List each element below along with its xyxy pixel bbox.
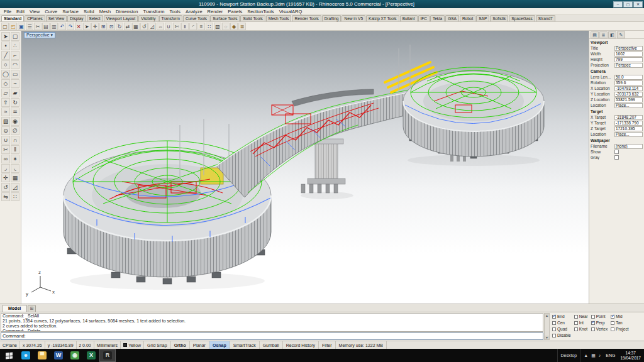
layer-icon[interactable]: ≣ [238,23,246,30]
new-file-icon[interactable]: ▢ [1,23,9,30]
array-icon[interactable]: ∷ [206,23,213,30]
extrude-tool-icon[interactable]: ⇧ [1,98,10,107]
curve-tool-icon[interactable]: ~ [11,79,19,88]
copy-icon[interactable]: ▤ [42,23,50,30]
select-tool-icon[interactable]: ➤ [1,32,10,41]
property-value[interactable]: 359.6 [614,80,643,85]
move-icon[interactable]: ⇄ [124,23,131,30]
property-value[interactable]: -31848.207 [614,115,643,120]
print-icon[interactable]: ☰ [26,23,33,30]
properties-tab-icon[interactable]: ▤ [591,31,599,38]
status-cell[interactable]: x 3074.26 [20,341,45,349]
mirror-icon[interactable]: ⇔ [157,23,164,30]
toolbar-tab[interactable]: Viewport Layout [104,15,138,21]
wallpaper-filename-value[interactable]: (none) [614,144,643,149]
join-icon[interactable]: ∪ [165,23,172,30]
menu-item[interactable]: Solid [81,9,97,14]
toolbar-tab[interactable]: SpaceGass [509,15,535,21]
notes-tab-icon[interactable]: ✎ [617,31,625,38]
toolbar-tab[interactable]: Display [67,15,86,21]
display-tab-icon[interactable]: ◧ [608,31,616,38]
fillet-tool-icon[interactable]: ◞ [1,164,10,173]
arc-tool-icon[interactable]: ◠ [11,60,19,69]
trim-icon[interactable]: ✄ [173,23,180,30]
toolbar-tab[interactable]: Mesh Tools [266,15,292,21]
network-icon[interactable]: ▦ [591,353,596,358]
property-value[interactable]: 799 [614,57,643,62]
status-pane[interactable]: Record History [283,341,319,349]
paste-icon[interactable]: ▥ [50,23,58,30]
scrollbar-down-icon[interactable]: ▼ [545,336,549,339]
osnap-toggle[interactable]: Point [591,314,608,319]
command-input[interactable]: Command: [1,332,543,340]
viewport-tab[interactable]: Perspective ▾ [24,32,55,38]
status-pane[interactable]: Osnap [209,341,230,349]
plane-tool-icon[interactable]: ▰ [11,89,19,97]
menu-item[interactable]: Surface [60,9,81,14]
osnap-toggle[interactable]: End [552,314,571,319]
menu-item[interactable]: Render [205,9,226,14]
osnap-toggle[interactable]: Near [574,314,588,319]
delete-icon[interactable]: ✕ [75,23,82,30]
array-tool-icon[interactable]: ∷ [11,192,19,201]
save-icon[interactable]: ▣ [18,23,25,30]
toolbar-tab[interactable]: Sofistik [490,15,508,21]
osnap-toggle[interactable]: Disable [552,333,571,337]
toolbar-tab[interactable]: Tekla [430,15,445,21]
toolbar-tab[interactable]: Solid Tools [240,15,265,21]
maximize-button[interactable]: ▢ [623,1,633,8]
property-value[interactable]: Place... [614,132,643,137]
rectangle-tool-icon[interactable]: ▭ [11,70,19,79]
box-tool-icon[interactable]: ▧ [1,117,10,126]
property-value[interactable]: 53821.599 [614,97,643,102]
status-cell[interactable]: Millimeters [94,341,121,349]
status-pane[interactable]: Ortho [171,341,190,349]
toolbar-tab[interactable]: Visibility [138,15,158,21]
cylinder-tool-icon[interactable]: ⊖ [1,126,10,135]
pan-icon[interactable]: ✛ [91,23,99,30]
toolbar-tab[interactable]: IFC [418,15,430,21]
chamfer-tool-icon[interactable]: ◟ [11,164,19,173]
status-pane[interactable]: Grid Snap [144,341,171,349]
select-icon[interactable]: ➤ [83,23,91,30]
polygon-tool-icon[interactable]: ◇ [1,79,10,88]
point-tool-icon[interactable]: • [1,41,10,50]
group-icon[interactable]: ▧ [214,23,221,30]
osnap-toggle[interactable]: Tan [611,321,628,325]
toolbar-tab[interactable]: Kalzip XT Tools [366,15,399,21]
undo-icon[interactable]: ↶ [58,23,66,30]
desktop-toolbar[interactable]: Desktop [557,349,581,362]
trim-tool-icon[interactable]: ✂ [1,145,10,154]
property-value[interactable]: -104793.114 [614,86,643,91]
lock-icon[interactable]: ◆ [230,23,238,30]
osnap-toggle[interactable]: Perp [591,321,608,325]
boolean-difference-tool-icon[interactable]: ∩ [11,136,19,145]
circle-tool-icon[interactable]: ○ [1,60,10,69]
osnap-toggle[interactable]: Vertex [591,327,608,331]
surface-tool-icon[interactable]: ▱ [1,89,10,97]
toolbar-tab[interactable]: SAP [476,15,489,21]
minimize-button[interactable]: – [613,1,623,8]
copy-object-icon[interactable]: ▦ [132,23,140,30]
title-bar[interactable]: 110909 - Newport Station Backup.3dm (191… [0,0,644,8]
pointcloud-tool-icon[interactable]: ∴ [11,41,19,50]
menu-item[interactable]: VisualARQ [277,9,305,14]
close-button[interactable]: ✕ [633,1,643,8]
word-icon[interactable]: W [50,349,67,362]
rotate-tool-icon[interactable]: ↺ [1,183,10,192]
explode-tool-icon[interactable]: ✶ [11,155,19,163]
status-pane[interactable]: Planar [190,341,209,349]
status-cell[interactable]: CPlane [0,341,20,349]
start-button[interactable] [0,349,18,362]
central-pier[interactable] [301,139,345,193]
toolbar-tab[interactable]: Bullant [400,15,418,21]
perspective-viewport[interactable]: Perspective ▾ [21,31,589,304]
ie-icon[interactable]: e [18,349,34,362]
copy-tool-icon[interactable]: ▦ [11,173,19,182]
toolbar-tab[interactable]: Transform [159,15,182,21]
sphere-tool-icon[interactable]: ◉ [11,117,19,126]
offset-icon[interactable]: ≡ [197,23,205,30]
status-pane[interactable]: Filter [319,341,336,349]
clock[interactable]: 14:37 19/04/2017 [620,351,641,360]
station-model[interactable] [64,45,544,290]
